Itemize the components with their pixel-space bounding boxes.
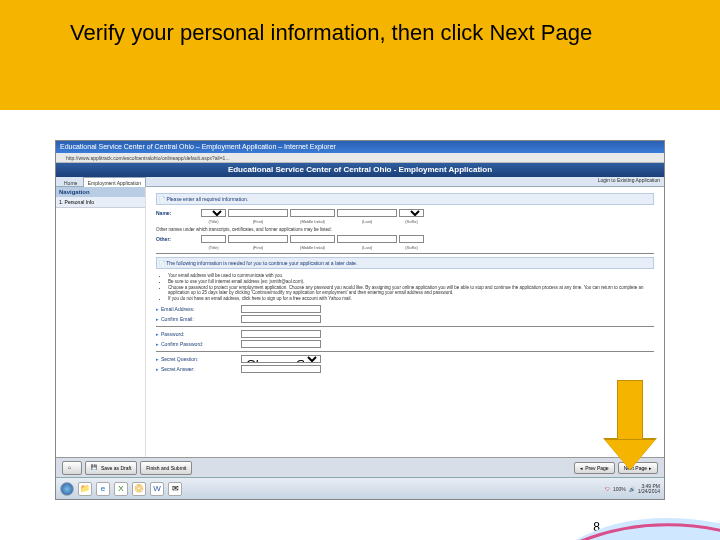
middle-sublabel: (Middle Initial): [290, 219, 335, 224]
app-header: Educational Service Center of Central Oh…: [56, 163, 664, 177]
email-input[interactable]: [241, 305, 321, 313]
sidebar-item-personal-info[interactable]: 1. Personal Info: [56, 197, 145, 208]
tab-row: Home Employment Application Login to Exi…: [56, 177, 664, 187]
save-draft-button[interactable]: 💾Save as Draft: [85, 461, 137, 475]
confirm-email-label: Confirm Email:: [161, 316, 241, 322]
secret-answer-label: Secret Answer:: [161, 366, 241, 372]
sidebar: Navigation 1. Personal Info: [56, 187, 146, 467]
bullet-3: Choose a password to protect your employ…: [168, 285, 654, 295]
home-icon: ⌂: [68, 464, 76, 472]
taskbar-app-icon[interactable]: 📀: [132, 482, 146, 496]
middle-initial-input[interactable]: [290, 209, 335, 217]
title-select[interactable]: [201, 209, 226, 217]
arrow-icon: ▸: [156, 306, 159, 312]
arrow-icon: ▸: [156, 331, 159, 337]
save-icon: 💾: [91, 464, 99, 472]
home-button[interactable]: ⌂: [62, 461, 82, 475]
info-bar-required: 📄 Please enter all required information.: [156, 193, 654, 205]
secret-question-label: Secret Question:: [161, 356, 241, 362]
bullet-2: Be sure to use your full internet email …: [168, 279, 654, 284]
taskbar-ie-icon[interactable]: e: [96, 482, 110, 496]
address-bar[interactable]: http://www.applitrack.com/escofcentraloh…: [56, 153, 664, 163]
secret-question-select[interactable]: Choose One: [241, 355, 321, 363]
arrow-icon: ▸: [156, 316, 159, 322]
other-suffix-input[interactable]: [399, 235, 424, 243]
email-label: Email Address:: [161, 306, 241, 312]
confirm-password-input[interactable]: [241, 340, 321, 348]
other-row: Other:: [156, 235, 654, 243]
login-link[interactable]: Login to Existing Application: [598, 177, 660, 186]
name-row: Name:: [156, 209, 654, 217]
secret-answer-input[interactable]: [241, 365, 321, 373]
tray-speaker-icon[interactable]: 🔊: [629, 486, 635, 492]
tray-shield-icon[interactable]: 🛡: [605, 486, 610, 492]
chevron-right-icon: ▸: [649, 465, 652, 471]
title-sublabel: (Title): [201, 219, 226, 224]
info-bar-continue: 📄 The following information is needed fo…: [156, 257, 654, 269]
main-form: 📄 Please enter all required information.…: [146, 187, 664, 467]
slide-number: 8: [593, 520, 600, 534]
arrow-icon: ▸: [156, 356, 159, 362]
finish-submit-button[interactable]: Finish and Submit: [140, 461, 192, 475]
suffix-sublabel: (Suffix): [399, 219, 424, 224]
other-names-note: Other names under which transcripts, cer…: [156, 227, 654, 232]
chevron-left-icon: ◂: [580, 465, 583, 471]
last-sublabel: (Last): [337, 219, 397, 224]
taskbar-explorer-icon[interactable]: 📁: [78, 482, 92, 496]
arrow-icon: ▸: [156, 366, 159, 372]
bullet-1: Your email address will be used to commu…: [168, 273, 654, 278]
first-name-input[interactable]: [228, 209, 288, 217]
other-title-input[interactable]: [201, 235, 226, 243]
other-last-input[interactable]: [337, 235, 397, 243]
next-page-button[interactable]: Next Page ▸: [618, 462, 658, 474]
taskbar-word-icon[interactable]: W: [150, 482, 164, 496]
taskbar-mail-icon[interactable]: ✉: [168, 482, 182, 496]
start-button[interactable]: [60, 482, 74, 496]
confirm-password-label: Confirm Password:: [161, 341, 241, 347]
other-middle-input[interactable]: [290, 235, 335, 243]
name-label: Name:: [156, 210, 201, 216]
suffix-select[interactable]: [399, 209, 424, 217]
arrow-icon: ▸: [156, 341, 159, 347]
other-label: Other:: [156, 236, 201, 242]
bullet-4: If you do not have an email address, cli…: [168, 296, 654, 301]
slide-title: Verify your personal information, then c…: [70, 20, 720, 46]
form-footer: ⌂ 💾Save as Draft Finish and Submit ◂ Pre…: [56, 457, 664, 477]
other-first-input[interactable]: [228, 235, 288, 243]
tray-date: 1/24/2014: [638, 489, 660, 494]
instruction-list: Your email address will be used to commu…: [168, 273, 654, 301]
taskbar-excel-icon[interactable]: X: [114, 482, 128, 496]
window-titlebar: Educational Service Center of Central Oh…: [56, 141, 664, 153]
prev-page-button[interactable]: ◂ Prev Page: [574, 462, 614, 474]
slide-banner: Verify your personal information, then c…: [0, 0, 720, 110]
browser-window: Educational Service Center of Central Oh…: [55, 140, 665, 500]
windows-taskbar: 📁 e X 📀 W ✉ 🛡 100% 🔊 3:49 PM 1/24/2014: [56, 477, 664, 499]
tray-zoom: 100%: [613, 486, 626, 492]
first-sublabel: (First): [228, 219, 288, 224]
sidebar-header: Navigation: [56, 187, 145, 197]
password-label: Password:: [161, 331, 241, 337]
last-name-input[interactable]: [337, 209, 397, 217]
password-input[interactable]: [241, 330, 321, 338]
confirm-email-input[interactable]: [241, 315, 321, 323]
